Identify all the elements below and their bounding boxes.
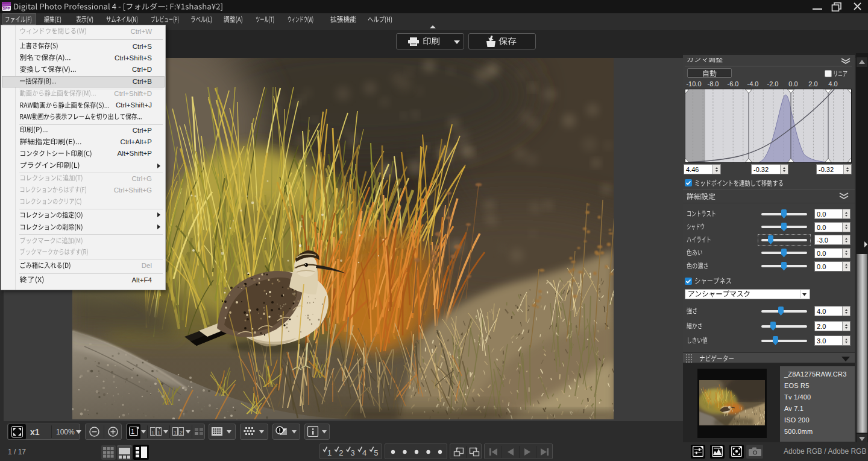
svg-text:1: 1	[327, 448, 332, 457]
svg-text:1: 1	[157, 430, 160, 436]
svg-text:2: 2	[180, 430, 183, 436]
svg-text:DPP: DPP	[2, 7, 10, 10]
svg-text:5: 5	[374, 448, 378, 457]
svg-text:1: 1	[131, 428, 134, 435]
svg-text:3: 3	[351, 448, 355, 457]
svg-text:1: 1	[174, 430, 177, 436]
svg-text:1: 1	[151, 430, 154, 436]
svg-text:4: 4	[362, 448, 366, 457]
svg-text:2: 2	[339, 448, 343, 457]
